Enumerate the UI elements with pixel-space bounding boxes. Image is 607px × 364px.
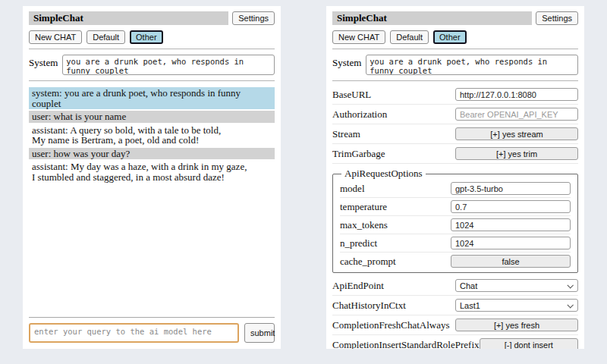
setting-label-cache-prompt: cache_prompt: [340, 256, 396, 268]
setting-row-stream: Stream[+] yes stream: [332, 124, 578, 144]
setting-label-model: model: [340, 183, 365, 195]
setting-row-chathistoryinctxt: ChatHistoryInCtxtLast1: [332, 296, 578, 315]
setting-row-max-tokens: max_tokens: [340, 216, 571, 234]
chat-session-tabs: New CHATDefaultOther: [29, 30, 275, 44]
setting-label-trimgarbage: TrimGarbage: [332, 148, 385, 160]
selected-option: Last1: [460, 301, 480, 310]
chat-history: system: you are a drunk poet, who respon…: [29, 87, 275, 184]
api-request-options-fieldset: ApiRequestOptions modeltemperaturemax_to…: [332, 168, 578, 273]
setting-toggle-trimgarbage[interactable]: [+] yes trim: [455, 147, 578, 160]
api-request-options-legend: ApiRequestOptions: [341, 168, 426, 180]
setting-toggle-stream[interactable]: [+] yes stream: [455, 127, 578, 140]
settings-rows-top: BaseURLAuthorizationStream[+] yes stream…: [332, 85, 578, 164]
divider: [29, 317, 275, 318]
setting-row-authorization: Authorization: [332, 105, 578, 124]
api-request-options-rows: modeltemperaturemax_tokensn_predictcache…: [340, 180, 571, 270]
setting-toggle-completionfreshchatalways[interactable]: [+] yes fresh: [455, 318, 578, 331]
submit-button[interactable]: submit: [244, 323, 275, 343]
setting-input-temperature[interactable]: [451, 200, 571, 213]
chevron-down-icon: [567, 302, 573, 308]
system-label: System: [29, 55, 58, 69]
setting-row-completioninsertstandardroleprefix: CompletionInsertStandardRolePrefix[-] do…: [332, 335, 578, 349]
selected-option: Chat: [460, 281, 477, 290]
divider: [29, 49, 275, 49]
setting-input-baseurl[interactable]: [455, 88, 578, 101]
setting-input-n-predict[interactable]: [451, 237, 571, 249]
setting-row-n-predict: n_predict: [340, 234, 571, 253]
divider: [29, 80, 275, 81]
setting-row-trimgarbage: TrimGarbage[+] yes trim: [332, 144, 578, 164]
setting-toggle-completioninsertstandardroleprefix[interactable]: [-] dont insert: [480, 338, 578, 349]
chat-panel: SimpleChat Settings New CHATDefaultOther…: [23, 6, 281, 349]
system-row: System you are a drunk poet, who respond…: [29, 55, 275, 75]
chat-message-user: user: how was your day?: [29, 148, 275, 160]
setting-label-chathistoryinctxt: ChatHistoryInCtxt: [332, 300, 406, 312]
spacer: [29, 184, 275, 312]
setting-select-chathistoryinctxt[interactable]: Last1: [455, 299, 578, 312]
setting-label-authorization: Authorization: [332, 108, 387, 121]
system-label: System: [332, 55, 361, 69]
chevron-down-icon: [567, 282, 573, 288]
setting-label-temperature: temperature: [340, 201, 387, 213]
query-row: submit: [29, 323, 275, 343]
header-row: SimpleChat Settings: [332, 11, 578, 25]
chat-session-button-default[interactable]: Default: [390, 30, 429, 44]
settings-rows-bottom: ApiEndPointChatChatHistoryInCtxtLast1Com…: [332, 276, 578, 349]
app-title: SimpleChat: [29, 11, 228, 25]
setting-label-baseurl: BaseURL: [332, 89, 371, 101]
setting-row-model: model: [340, 180, 571, 198]
setting-row-baseurl: BaseURL: [332, 85, 578, 105]
settings-button[interactable]: Settings: [232, 11, 275, 25]
chat-session-button-other[interactable]: Other: [433, 30, 467, 44]
divider: [332, 49, 578, 49]
setting-row-apiendpoint: ApiEndPointChat: [332, 276, 578, 296]
setting-input-authorization[interactable]: [455, 108, 578, 121]
chat-session-button-other[interactable]: Other: [130, 30, 163, 44]
chat-message-assistant: assistant: A query so bold, with a tale …: [29, 124, 275, 146]
system-prompt-input[interactable]: you are a drunk poet, who responds in fu…: [366, 55, 578, 75]
system-row: System you are a drunk poet, who respond…: [332, 55, 578, 75]
setting-row-temperature: temperature: [340, 198, 571, 216]
setting-input-model[interactable]: [451, 182, 571, 195]
app-title: SimpleChat: [332, 11, 532, 25]
setting-label-completionfreshchatalways: CompletionFreshChatAlways: [332, 319, 450, 331]
setting-toggle-cache-prompt[interactable]: false: [451, 255, 571, 268]
setting-label-stream: Stream: [332, 128, 360, 140]
setting-select-apiendpoint[interactable]: Chat: [455, 279, 578, 292]
settings-panel: SimpleChat Settings New CHATDefaultOther…: [326, 6, 584, 349]
chat-session-button-new-chat[interactable]: New CHAT: [29, 30, 82, 44]
page: SimpleChat Settings New CHATDefaultOther…: [0, 0, 607, 364]
setting-row-completionfreshchatalways: CompletionFreshChatAlways[+] yes fresh: [332, 315, 578, 335]
setting-label-completioninsertstandardroleprefix: CompletionInsertStandardRolePrefix: [332, 339, 480, 350]
chat-message-user: user: what is your name: [29, 111, 275, 123]
setting-label-max-tokens: max_tokens: [340, 219, 388, 231]
chat-session-tabs: New CHATDefaultOther: [332, 30, 578, 44]
chat-session-button-new-chat[interactable]: New CHAT: [332, 30, 385, 44]
divider: [332, 80, 578, 81]
setting-label-n-predict: n_predict: [340, 237, 377, 249]
settings-button[interactable]: Settings: [536, 11, 578, 25]
header-row: SimpleChat Settings: [29, 11, 275, 25]
setting-input-max-tokens[interactable]: [451, 218, 571, 231]
chat-message-assistant: assistant: My day was a haze, with a dri…: [29, 161, 275, 183]
system-prompt-input[interactable]: you are a drunk poet, who responds in fu…: [62, 55, 275, 75]
chat-session-button-default[interactable]: Default: [86, 30, 125, 44]
query-input[interactable]: [29, 323, 239, 343]
setting-label-apiendpoint: ApiEndPoint: [332, 280, 384, 292]
setting-row-cache-prompt: cache_promptfalse: [340, 253, 571, 270]
chat-message-system: system: you are a drunk poet, who respon…: [29, 87, 275, 109]
